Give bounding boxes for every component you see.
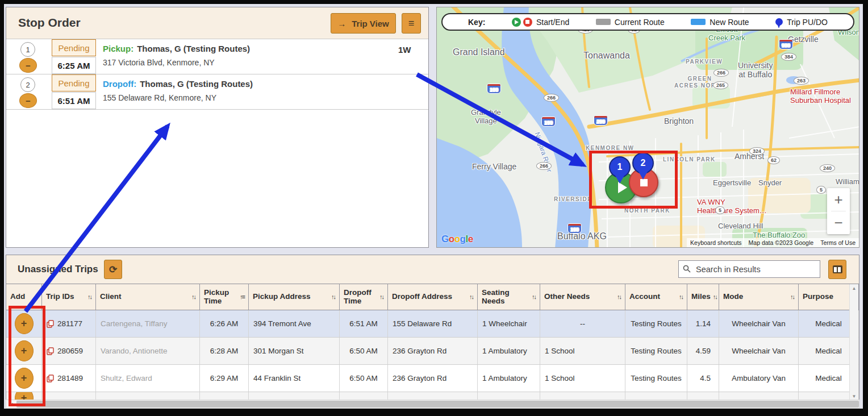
search-input[interactable]: [678, 260, 820, 278]
seating-needs: 1 Wheelchair: [478, 310, 540, 337]
zoom-in-button[interactable]: +: [827, 188, 850, 211]
client-name: Varando, Antionette: [96, 338, 200, 364]
key-trip-pudo: Trip PU/DO: [775, 18, 828, 27]
sort-icon[interactable]: ↑↓: [191, 293, 195, 300]
map-panel[interactable]: Grand Island Tonawanda Grandyle Village …: [436, 7, 859, 248]
dropoff-time: 6:50 AM: [340, 338, 388, 364]
sort-icon[interactable]: ↑↓: [617, 293, 621, 300]
remove-stop-button[interactable]: −: [19, 58, 37, 73]
scroll-left-arrow[interactable]: ◀: [6, 400, 16, 408]
pin-number: 1: [617, 162, 623, 172]
trip-view-button[interactable]: → Trip View: [331, 13, 396, 34]
unassigned-trips-header: Unassigned Trips ⟳: [6, 255, 859, 284]
stop-icon: [640, 179, 648, 186]
map-data-label: Map data ©2023 Google: [745, 238, 817, 247]
dropoff-address: 236 Grayton Rd: [388, 365, 478, 392]
terms-of-use-link[interactable]: Terms of Use: [817, 238, 859, 247]
trip-view-label: Trip View: [352, 19, 389, 28]
play-icon: [618, 182, 627, 193]
sort-ascending-icon[interactable]: ↑≡: [240, 293, 244, 300]
miles: 4.59: [687, 338, 719, 364]
current-route-swatch: [596, 19, 611, 25]
seating-needs: 1 Ambulatory: [478, 365, 540, 392]
horizontal-scrollbar[interactable]: ◀: [6, 400, 859, 409]
scroll-up-arrow[interactable]: ▲: [850, 284, 858, 293]
remove-stop-button[interactable]: −: [19, 93, 37, 108]
map-attribution: Keyboard shortcuts Map data ©2023 Google…: [687, 238, 859, 247]
pickup-address: 394 Tremont Ave: [249, 310, 340, 337]
trip-copy-icon: [47, 375, 54, 382]
trip-pin-2[interactable]: 2: [632, 152, 654, 174]
refresh-button[interactable]: ⟳: [104, 260, 122, 279]
zoom-out-button[interactable]: −: [827, 211, 850, 234]
add-trip-button[interactable]: +: [15, 313, 34, 334]
key-current-route-label: Current Route: [615, 18, 665, 27]
plus-icon: +: [21, 318, 27, 330]
hamburger-menu-button[interactable]: ≡: [402, 13, 421, 34]
stop-order-header: Stop Order → Trip View ≡: [6, 7, 428, 39]
unassigned-trips-title: Unassigned Trips: [18, 264, 98, 275]
col-header-add: Add: [6, 284, 42, 310]
table-row[interactable]: + 281489 Shultz, Edward 6:29 AM 44 Frank…: [6, 365, 859, 392]
col-header-seating-needs[interactable]: Seating Needs↑↓: [478, 284, 540, 310]
stop-line1: Dropoff:Thomas, G (Testing Routes): [103, 79, 253, 89]
col-header-dropoff-address[interactable]: Dropoff Address↑↓: [388, 284, 478, 310]
add-trip-button[interactable]: +: [15, 368, 34, 389]
status-badge: Pending: [52, 39, 96, 56]
keyboard-shortcuts-link[interactable]: Keyboard shortcuts: [687, 238, 745, 247]
col-header-pickup-time[interactable]: Pickup Time↑≡: [200, 284, 249, 310]
sort-icon[interactable]: ↑↓: [679, 293, 683, 300]
sort-icon[interactable]: ↑↓: [87, 293, 91, 300]
col-header-client[interactable]: Client↑↓: [96, 284, 200, 310]
miles: 1.14: [687, 310, 719, 337]
refresh-icon: ⟳: [109, 264, 117, 276]
table-row[interactable]: + 280659 Varando, Antionette 6:28 AM 301…: [6, 338, 859, 365]
end-icon: [523, 18, 532, 27]
key-start-end-label: Start/End: [536, 18, 569, 27]
stop-client: Thomas, G (Testing Routes): [137, 44, 250, 53]
arrow-right-icon: →: [337, 19, 346, 28]
other-needs: 1 School: [540, 338, 625, 364]
col-header-miles[interactable]: Miles↑↓: [687, 284, 719, 310]
account: Testing Routes: [625, 310, 687, 337]
minus-icon: −: [26, 61, 31, 70]
key-new-route: New Route: [691, 18, 749, 27]
sort-icon[interactable]: ↑↓: [379, 293, 383, 300]
pickup-address: 44 Franklin St: [249, 365, 340, 392]
other-needs: 1 School: [540, 365, 625, 392]
stop-client: Thomas, G (Testing Routes): [140, 79, 253, 89]
sort-icon[interactable]: ↑↓: [331, 293, 335, 300]
sort-icon[interactable]: ↑↓: [469, 293, 473, 300]
stop-order-panel: Stop Order → Trip View ≡ 1 − Pending 6:2…: [6, 7, 429, 248]
table-row[interactable]: + 281177 Cartengena, Tiffany 6:26 AM 394…: [6, 310, 859, 338]
other-needs: --: [540, 310, 625, 337]
column-picker-button[interactable]: [828, 260, 846, 279]
trip-pin-1[interactable]: 1: [609, 156, 631, 178]
col-header-account[interactable]: Account↑↓: [625, 284, 687, 310]
stop-status-col: Pending 6:51 AM: [52, 74, 96, 109]
mobility-tag: 1W: [398, 45, 411, 55]
stop-status-col: Pending 6:25 AM: [52, 39, 96, 74]
sort-icon[interactable]: ↑↓: [790, 293, 794, 300]
scrollbar-thumb[interactable]: [16, 401, 859, 407]
unassigned-trips-panel: Unassigned Trips ⟳ Add Trip IDs↑↓ Client…: [6, 255, 859, 402]
add-trip-button[interactable]: +: [15, 340, 34, 361]
table-header-row: Add Trip IDs↑↓ Client↑↓ Pickup Time↑≡ Pi…: [6, 284, 859, 310]
google-logo: Google: [441, 234, 473, 245]
pickup-time: 6:29 AM: [200, 365, 249, 392]
pickup-time: 6:28 AM: [200, 338, 249, 364]
stop-time: 6:25 AM: [52, 57, 96, 74]
vertical-scrollbar[interactable]: ▲ ▼: [849, 284, 858, 401]
col-header-trip-ids[interactable]: Trip IDs↑↓: [42, 284, 96, 310]
sort-icon[interactable]: ↑↓: [713, 293, 717, 300]
col-header-dropoff-time[interactable]: Dropoff Time↑↓: [340, 284, 388, 310]
col-header-mode[interactable]: Mode↑↓: [719, 284, 799, 310]
col-header-other-needs[interactable]: Other Needs↑↓: [540, 284, 625, 310]
search-wrap: [678, 260, 820, 278]
seating-needs: 1 Ambulatory: [478, 338, 540, 364]
app-screen: Stop Order → Trip View ≡ 1 − Pending 6:2…: [4, 4, 863, 409]
map-zoom-control: + −: [827, 188, 850, 234]
col-header-pickup-address[interactable]: Pickup Address↑↓: [249, 284, 340, 310]
sort-icon[interactable]: ↑↓: [532, 293, 536, 300]
new-route-swatch: [691, 19, 706, 25]
